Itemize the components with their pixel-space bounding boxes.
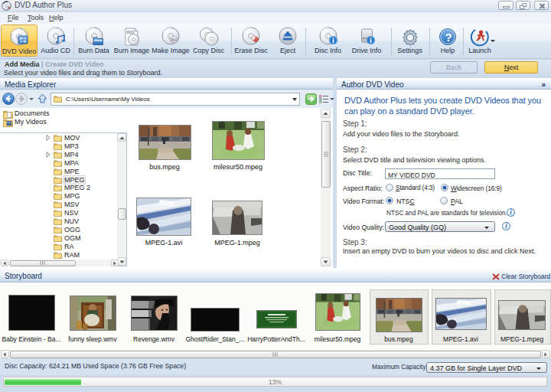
- svg-text:ISO: ISO: [171, 38, 178, 42]
- svg-text:ISO: ISO: [127, 30, 135, 34]
- svg-text:?: ?: [445, 31, 452, 44]
